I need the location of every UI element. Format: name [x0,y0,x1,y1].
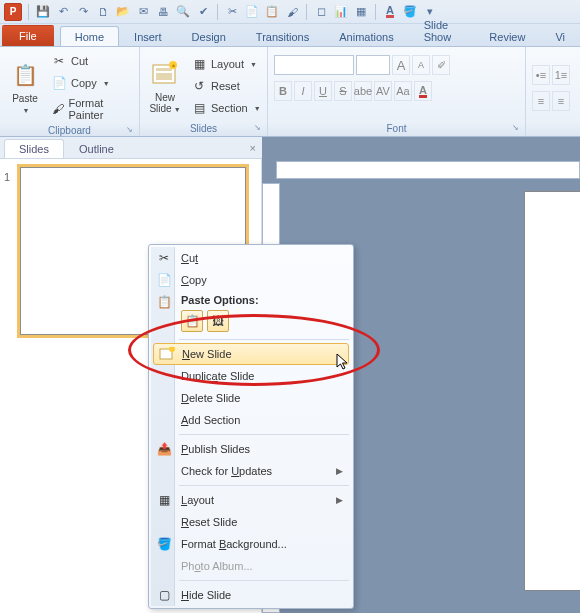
copy-button[interactable]: 📄Copy▼ [48,73,133,93]
menu-duplicate-slide[interactable]: Duplicate Slide [151,365,351,387]
slide-canvas[interactable] [524,191,580,591]
menu-cut[interactable]: ✂ Cut [151,247,351,269]
separator [306,4,307,20]
menu-check-updates[interactable]: Check for Updates ▶ [151,460,351,482]
reset-button[interactable]: ↺Reset [188,76,264,96]
copy-icon[interactable]: 📄 [244,4,260,20]
tab-file[interactable]: File [2,25,54,46]
group-slides: ✶ New Slide▼ ▦Layout▼ ↺Reset ▤Section▼ S… [140,47,268,136]
menu-copy-label: Copy [181,274,207,286]
font-name-combo[interactable] [274,55,354,75]
qat-more-icon[interactable]: ▾ [422,4,438,20]
section-label: Section [211,102,248,114]
tab-animations[interactable]: Animations [324,26,408,46]
font-color-icon[interactable]: A [382,4,398,20]
group-name-font: Font [274,121,519,134]
email-icon[interactable]: ✉ [135,4,151,20]
cut-icon: ✂ [155,249,173,267]
menu-hide-slide[interactable]: ▢ Hide Slide [151,584,351,606]
menu-add-section[interactable]: Add Section [151,409,351,431]
char-spacing-button[interactable]: AV [374,81,392,101]
menu-photo-album: Photo Album... [151,555,351,577]
tab-home[interactable]: Home [60,26,119,46]
table-icon[interactable]: ▦ [353,4,369,20]
group-paragraph: •≡ 1≡ ≡ ≡ . [526,47,580,136]
paste-button[interactable]: 📋 Paste▼ [6,51,44,123]
shapes-icon[interactable]: ◻ [313,4,329,20]
tab-design[interactable]: Design [177,26,241,46]
chevron-down-icon: ▼ [23,107,30,114]
hide-slide-icon: ▢ [155,586,173,604]
numbering-button[interactable]: 1≡ [552,65,570,85]
menu-check-updates-label: Check for Updates [181,465,272,477]
align-left-button[interactable]: ≡ [532,91,550,111]
chart-icon[interactable]: 📊 [333,4,349,20]
format-painter-button[interactable]: 🖌Format Painter [48,95,133,123]
layout-button[interactable]: ▦Layout▼ [188,54,264,74]
align-center-button[interactable]: ≡ [552,91,570,111]
menu-separator [179,339,349,340]
new-slide-icon [158,345,176,363]
format-painter-icon: 🖌 [51,101,65,117]
print-preview-icon[interactable]: 🔍 [175,4,191,20]
menu-reset-slide[interactable]: Reset Slide [151,511,351,533]
menu-duplicate-slide-label: Duplicate Slide [181,370,254,382]
menu-layout-label: Layout [181,494,214,506]
left-tab-slides[interactable]: Slides [4,139,64,158]
paste-icon: 📋 [9,59,41,91]
undo-icon[interactable]: ↶ [55,4,71,20]
cut-icon[interactable]: ✂ [224,4,240,20]
menu-format-background-label: Format Background... [181,538,287,550]
quick-print-icon[interactable]: 🖶 [155,4,171,20]
save-icon[interactable]: 💾 [35,4,51,20]
tab-view-partial[interactable]: Vi [540,26,580,46]
paste-option-picture[interactable]: 🖼 [207,310,229,332]
grow-font-button[interactable]: A [392,55,410,75]
cut-button[interactable]: ✂Cut [48,51,133,71]
menu-copy[interactable]: 📄 Copy [151,269,351,291]
text-shadow-button[interactable]: abe [354,81,372,101]
tab-review[interactable]: Review [474,26,540,46]
menu-delete-slide-label: Delete Slide [181,392,240,404]
bold-button[interactable]: B [274,81,292,101]
fill-color-icon[interactable]: 🪣 [402,4,418,20]
format-painter-icon[interactable]: 🖌 [284,4,300,20]
copy-label: Copy [71,77,97,89]
bullets-button[interactable]: •≡ [532,65,550,85]
section-button[interactable]: ▤Section▼ [188,98,264,118]
layout-label: Layout [211,58,244,70]
shrink-font-button[interactable]: A [412,55,430,75]
menu-publish-slides[interactable]: 📤 Publish Slides [151,438,351,460]
font-size-combo[interactable] [356,55,390,75]
horizontal-ruler [276,161,580,179]
strikethrough-button[interactable]: S [334,81,352,101]
change-case-button[interactable]: Aa [394,81,412,101]
open-icon[interactable]: 📂 [115,4,131,20]
paste-label: Paste [12,93,38,104]
spelling-icon[interactable]: ✔ [195,4,211,20]
tab-transitions[interactable]: Transitions [241,26,324,46]
new-icon[interactable]: 🗋 [95,4,111,20]
slide-number: 1 [4,171,10,183]
left-tab-outline[interactable]: Outline [64,139,129,158]
tab-slideshow[interactable]: Slide Show [409,14,475,46]
menu-format-background[interactable]: 🪣 Format Background... [151,533,351,555]
paste-icon[interactable]: 📋 [264,4,280,20]
paste-option-destination-theme[interactable]: 📋 [181,310,203,332]
menu-delete-slide[interactable]: Delete Slide [151,387,351,409]
layout-icon: ▦ [191,56,207,72]
redo-icon[interactable]: ↷ [75,4,91,20]
italic-button[interactable]: I [294,81,312,101]
clear-formatting-button[interactable]: ✐ [432,55,450,75]
reset-icon: ↺ [191,78,207,94]
underline-button[interactable]: U [314,81,332,101]
menu-layout[interactable]: ▦ Layout ▶ [151,489,351,511]
menu-separator [179,434,349,435]
close-pane-icon[interactable]: × [250,142,256,154]
font-color-button[interactable]: A [414,81,432,101]
menu-new-slide[interactable]: New Slide [153,343,349,365]
section-icon: ▤ [191,100,207,116]
new-slide-button[interactable]: ✶ New Slide▼ [146,51,184,121]
tab-insert[interactable]: Insert [119,26,177,46]
menu-paste-options-label: Paste Options: [181,294,259,306]
